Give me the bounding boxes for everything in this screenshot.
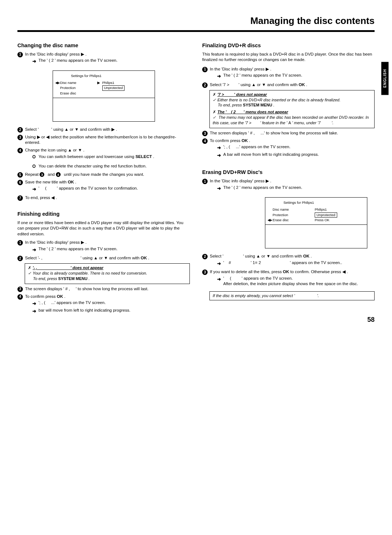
- text: If the disc is empty already, you cannot…: [213, 293, 295, 298]
- text: ' to show how long the process will last…: [76, 287, 148, 291]
- text: The ': [38, 247, 48, 251]
- intro-text: This feature is required to play back a …: [202, 52, 375, 63]
- text: ' appears on the TV screen for confirmat…: [57, 186, 138, 190]
- heading-finishing: Finishing editing: [17, 211, 190, 218]
- changing-step-7: 7 To end, press ◀ .: [17, 195, 190, 201]
- changing-step-4: 4 Change the icon using ▲ or ▼ . O You c…: [17, 147, 190, 170]
- text: The menu may not appear if the disc has …: [213, 115, 369, 125]
- system-menu-label: SYSTEM MENU: [243, 103, 272, 107]
- text: ' appears on the TV screen.: [242, 276, 293, 280]
- step-number-icon: 1: [17, 52, 23, 57]
- step-number-icon: 4: [56, 172, 61, 177]
- ok-label: OK: [68, 180, 74, 184]
- text: The ': [223, 185, 232, 190]
- text: .: [89, 276, 90, 281]
- ok-label: OK: [299, 82, 305, 87]
- text: In the 'Disc info display' press ▶ .: [210, 67, 271, 71]
- text: ...' appears on the TV screen.: [51, 300, 106, 305]
- text: .: [311, 254, 312, 258]
- text: You can switch between upper and lowerca…: [38, 154, 135, 159]
- text: ': [223, 276, 224, 280]
- finalizing-step-3: 3 The screen displays ' # , ...' to show…: [202, 130, 375, 136]
- text: and: [48, 172, 56, 177]
- arrow-right-icon: ➜: [32, 58, 36, 65]
- arrow-right-icon: ➜: [32, 186, 36, 192]
- erasing-step-2: 2 Select ' ' using ▲ or ▼ and confirm wi…: [202, 254, 375, 267]
- text: After deletion, the index picture displa…: [223, 281, 358, 286]
- arrow-right-icon: ➜: [32, 247, 36, 253]
- changing-step-5: 5 Repeat 3 and 4 until you have made the…: [17, 172, 190, 178]
- text: In the 'Disc info display' press ▶ .: [210, 179, 271, 183]
- arrow-right-icon: ➜: [217, 152, 221, 159]
- text: ...' appears on the TV screen.: [236, 145, 290, 149]
- arrow-right-icon: ➜: [217, 276, 221, 283]
- bullet-icon: O: [32, 163, 36, 169]
- text: Your disc is already compatible. There i…: [33, 271, 147, 275]
- text: ( 2: [233, 185, 238, 190]
- finishing-step-3: 3 The screen displays ' # , ' to show ho…: [17, 286, 190, 292]
- step-number-icon: 7: [17, 195, 23, 201]
- changing-step-6: 6 Save the new title with OK . ➜ ' ( ' a…: [17, 179, 190, 193]
- text: ' using ▲ or ▼ and confirm with ▶ .: [52, 127, 117, 131]
- step-number-icon: 1: [202, 179, 208, 184]
- heading-finalizing: Finalizing DVD+R discs: [202, 42, 375, 49]
- text: .: [306, 82, 307, 87]
- step-number-icon: 2: [17, 127, 23, 133]
- heading-erasing: Erasing DVD+RW Disc's: [202, 169, 375, 176]
- text: until you have made the changes you want…: [64, 172, 144, 177]
- step-number-icon: 3: [202, 269, 208, 275]
- arrow-right-icon: ➜: [32, 300, 36, 307]
- text: '; , (: [223, 145, 230, 149]
- text: ' menu appears on the TV screen.: [55, 58, 118, 62]
- text: The ': [223, 73, 232, 77]
- troubleshoot-box: ✗'- , ' does not appear ✓Your disc is al…: [25, 263, 190, 284]
- text: ' menu appears on the TV screen.: [240, 73, 302, 77]
- arrow-right-icon: ➜: [217, 185, 221, 192]
- text: ': [38, 186, 39, 190]
- text: If you want to delete all the titles, pr…: [210, 269, 283, 274]
- text: #: [229, 260, 231, 265]
- text: Select ': [210, 254, 223, 258]
- text: .: [64, 294, 65, 299]
- text: '.: [317, 293, 319, 298]
- screenshot-row: Disc name Philips1: [268, 207, 365, 212]
- step-number-icon: 3: [17, 287, 23, 292]
- text: ...' to show how long the process will t…: [261, 131, 338, 135]
- screenshot-row: ◀▸ Disc name ▶ Philips1: [55, 81, 152, 85]
- text: A: [288, 121, 291, 125]
- screenshot-row: Protection Unprotected: [268, 212, 365, 218]
- text: '; , (: [38, 300, 45, 305]
- troubleshoot-box: ✗'7 > ' does not appear ✓Either there is…: [209, 90, 375, 128]
- text: You can delete the character using the r…: [38, 163, 190, 169]
- text: Repeat: [25, 172, 40, 177]
- ok-label: OK: [57, 294, 63, 299]
- text: Change the icon using ▲ or ▼ .: [25, 148, 84, 152]
- text: To confirm press: [210, 138, 242, 143]
- text: ': [223, 260, 224, 265]
- text: ( 2: [49, 58, 53, 62]
- text: ' menu, under '7: [292, 121, 320, 125]
- finalizing-step-2: 2 Select '7 > ' using ▲ or ▼ and confirm…: [202, 82, 375, 88]
- text: '.: [332, 121, 334, 125]
- system-menu-label: SYSTEM MENU: [58, 276, 87, 281]
- intro-text: If one or more titles have been edited a…: [17, 220, 190, 237]
- text: to confirm. Otherwise press ◀ .: [290, 269, 348, 274]
- finalizing-step-1: 1 In the 'Disc info display' press ▶ . ➜…: [202, 66, 375, 80]
- text: Either there is no DVD+R disc inserted o…: [217, 98, 340, 102]
- step-number-icon: 4: [17, 294, 23, 300]
- text: bar will move from left to right indicat…: [38, 308, 190, 313]
- right-column: Finalizing DVD+R discs This feature is r…: [202, 42, 375, 317]
- text: To confirm press: [25, 294, 57, 299]
- text: The ': [38, 58, 48, 62]
- step-number-icon: 1: [202, 67, 208, 72]
- text: # ,: [65, 287, 70, 291]
- changing-step-2: 2 Select ' ' using ▲ or ▼ and confirm wi…: [17, 127, 190, 133]
- text: A bar will move from left to right indic…: [223, 152, 375, 158]
- text: (: [45, 186, 46, 190]
- settings-screenshot: Settings for Philips1 ◀▸ Disc name ▶ Phi…: [53, 70, 155, 122]
- screenshot-row: Protection Unprotected: [55, 85, 152, 91]
- changing-step-3: 3 Using ▶ or ◀ select the position where…: [17, 134, 190, 146]
- arrow-right-icon: ➜: [32, 308, 36, 315]
- text: .: [148, 256, 149, 260]
- settings-screenshot: Settings for Philips1 Disc name Philips1…: [265, 197, 367, 248]
